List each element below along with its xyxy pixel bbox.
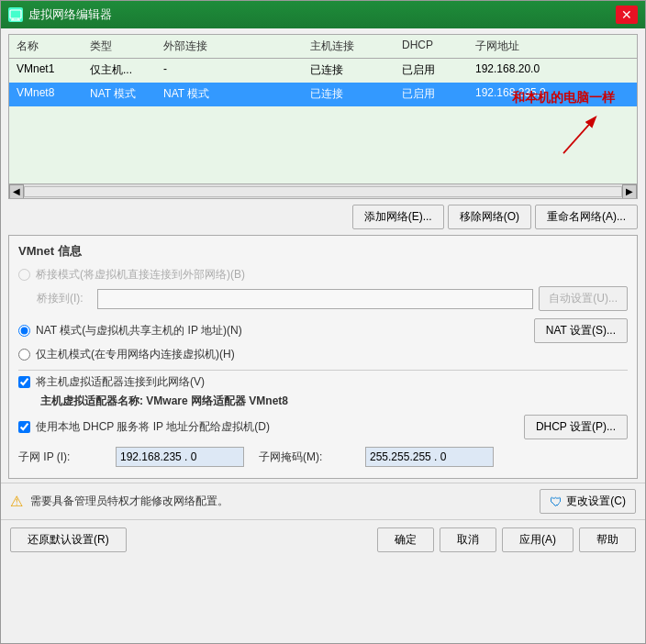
- annotation-area: 和本机的电脑一样: [508, 90, 618, 165]
- auto-settings-button[interactable]: 自动设置(U)...: [539, 286, 628, 311]
- nat-mode-label: NAT 模式(与虚拟机共享主机的 IP 地址)(N): [36, 323, 242, 339]
- nat-radio-group: NAT 模式(与虚拟机共享主机的 IP 地址)(N): [18, 323, 242, 339]
- close-button[interactable]: ✕: [616, 6, 638, 24]
- footer: 还原默认设置(R) 确定 取消 应用(A) 帮助: [1, 519, 645, 560]
- bridge-to-label: 桥接到(I):: [37, 291, 92, 306]
- subnet-mask-input[interactable]: [365, 447, 494, 467]
- subnet-ip-input[interactable]: [116, 447, 244, 467]
- scrollbar-track: [24, 186, 622, 197]
- status-text: 需要具备管理员特权才能修改网络配置。: [30, 494, 532, 509]
- col-header-ext: 外部连接: [156, 37, 303, 56]
- col-header-host: 主机连接: [303, 37, 395, 56]
- nat-mode-radio[interactable]: [18, 325, 30, 337]
- change-settings-label: 更改设置(C): [566, 494, 626, 509]
- bridge-to-input[interactable]: [97, 289, 533, 309]
- vmnet-info-panel: VMnet 信息 桥接模式(将虚拟机直接连接到外部网络)(B) 桥接到(I): …: [8, 235, 638, 479]
- col-header-dhcp: DHCP: [395, 37, 468, 56]
- subnet-mask-label: 子网掩码(M):: [259, 450, 351, 465]
- shield-icon: 🛡: [550, 494, 562, 509]
- dhcp-checkbox-label: 使用本地 DHCP 服务将 IP 地址分配给虚拟机(D): [36, 419, 270, 435]
- dhcp-settings-button[interactable]: DHCP 设置(P)...: [524, 415, 628, 439]
- subnet-row: 子网 IP (I): 子网掩码(M):: [18, 447, 628, 467]
- scrollbar-right-btn[interactable]: ▶: [622, 184, 637, 199]
- cell-vmnet8-name: VMnet8: [9, 84, 83, 104]
- host-only-label: 仅主机模式(在专用网络内连接虚拟机)(H): [36, 347, 235, 362]
- host-only-row[interactable]: 仅主机模式(在专用网络内连接虚拟机)(H): [18, 347, 628, 362]
- cell-vmnet8-ext: NAT 模式: [156, 84, 303, 104]
- app-icon: [8, 7, 23, 22]
- cell-vmnet1-type: 仅主机...: [83, 61, 156, 80]
- table-row-vmnet1[interactable]: VMnet1 仅主机... - 已连接 已启用 192.168.20.0: [9, 59, 637, 83]
- cell-vmnet1-dhcp: 已启用: [395, 61, 468, 80]
- apply-button[interactable]: 应用(A): [502, 527, 574, 552]
- window-content: 名称 类型 外部连接 主机连接 DHCP 子网地址 VMnet1 仅主机... …: [1, 28, 645, 643]
- cell-vmnet8-host: 已连接: [303, 84, 395, 104]
- change-settings-button[interactable]: 🛡 更改设置(C): [540, 489, 636, 514]
- col-header-name: 名称: [9, 37, 83, 56]
- scrollbar-left-btn[interactable]: ◀: [9, 184, 24, 199]
- bridge-mode-label: 桥接模式(将虚拟机直接连接到外部网络)(B): [36, 267, 245, 283]
- remove-network-button[interactable]: 移除网络(O): [448, 205, 531, 229]
- cancel-button[interactable]: 取消: [440, 527, 496, 552]
- bridge-mode-row[interactable]: 桥接模式(将虚拟机直接连接到外部网络)(B): [18, 267, 628, 283]
- cell-vmnet1-subnet: 192.168.20.0: [468, 61, 578, 80]
- nat-mode-row[interactable]: NAT 模式(与虚拟机共享主机的 IP 地址)(N) NAT 设置(S)...: [18, 318, 628, 343]
- title-bar: 虚拟网络编辑器 ✕: [1, 1, 645, 28]
- annotation-text: 和本机的电脑一样: [512, 90, 615, 106]
- nat-settings-button[interactable]: NAT 设置(S)...: [534, 318, 628, 343]
- col-header-subnet: 子网地址: [468, 37, 578, 56]
- subnet-ip-label: 子网 IP (I):: [18, 450, 101, 465]
- connect-adapter-checkbox[interactable]: [18, 376, 30, 388]
- rename-network-button[interactable]: 重命名网络(A)...: [535, 205, 638, 229]
- status-bar: ⚠ 需要具备管理员特权才能修改网络配置。 🛡 更改设置(C): [1, 483, 645, 519]
- footer-left: 还原默认设置(R): [10, 527, 127, 552]
- ok-button[interactable]: 确定: [377, 527, 434, 552]
- dhcp-checkbox-group: 使用本地 DHCP 服务将 IP 地址分配给虚拟机(D): [18, 419, 270, 435]
- annotation-arrow: [508, 110, 618, 165]
- help-button[interactable]: 帮助: [579, 527, 636, 552]
- connect-adapter-label: 将主机虚拟适配器连接到此网络(V): [36, 374, 205, 390]
- cell-vmnet1-host: 已连接: [303, 61, 395, 80]
- network-table-container: 名称 类型 外部连接 主机连接 DHCP 子网地址 VMnet1 仅主机... …: [8, 34, 638, 199]
- host-only-radio[interactable]: [18, 349, 30, 361]
- restore-defaults-button[interactable]: 还原默认设置(R): [10, 527, 127, 552]
- bridge-mode-radio[interactable]: [18, 269, 30, 281]
- connect-adapter-row[interactable]: 将主机虚拟适配器连接到此网络(V): [18, 374, 628, 390]
- bridge-to-row: 桥接到(I): 自动设置(U)...: [37, 286, 628, 311]
- footer-right: 确定 取消 应用(A) 帮助: [377, 527, 636, 552]
- vmnet-info-title: VMnet 信息: [18, 243, 628, 260]
- table-scrollbar[interactable]: ◀ ▶: [9, 183, 637, 198]
- warning-icon: ⚠: [10, 493, 23, 510]
- table-buttons-row: 添加网络(E)... 移除网络(O) 重命名网络(A)...: [1, 199, 645, 235]
- col-header-type: 类型: [83, 37, 156, 56]
- dhcp-checkbox[interactable]: [18, 421, 30, 433]
- table-header: 名称 类型 外部连接 主机连接 DHCP 子网地址: [9, 35, 637, 59]
- add-network-button[interactable]: 添加网络(E)...: [352, 205, 444, 229]
- window-title: 虚拟网络编辑器: [28, 6, 616, 23]
- cell-vmnet8-type: NAT 模式: [83, 84, 156, 104]
- svg-line-4: [563, 118, 595, 154]
- cell-vmnet1-ext: -: [156, 61, 303, 80]
- adapter-name-display: 主机虚拟适配器名称: VMware 网络适配器 VMnet8: [40, 394, 628, 409]
- dhcp-row: 使用本地 DHCP 服务将 IP 地址分配给虚拟机(D) DHCP 设置(P).…: [18, 415, 628, 439]
- cell-vmnet1-name: VMnet1: [9, 61, 83, 80]
- cell-vmnet8-dhcp: 已启用: [395, 84, 468, 104]
- svg-rect-0: [10, 10, 21, 18]
- main-window: 虚拟网络编辑器 ✕ 名称 类型 外部连接 主机连接 DHCP 子网地址 VMne…: [0, 0, 646, 644]
